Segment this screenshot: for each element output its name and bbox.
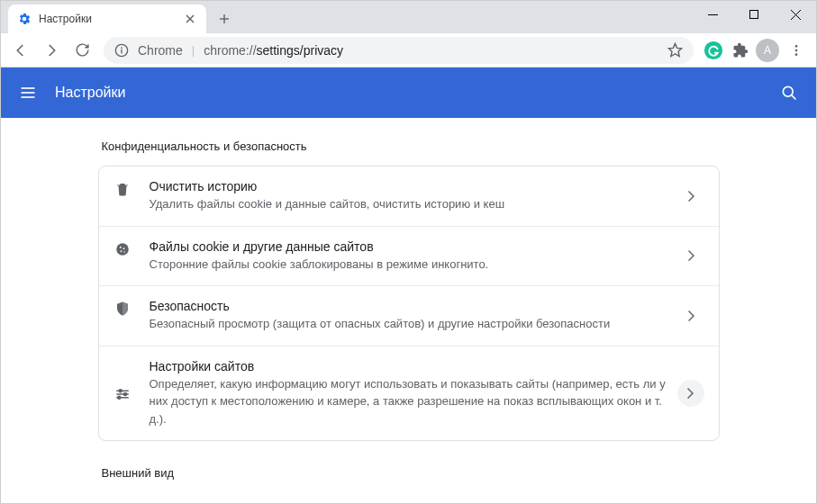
browser-tab[interactable]: Настройки [8,4,206,33]
site-info-icon[interactable] [114,43,129,58]
svg-point-30 [119,390,122,392]
omnibox-separator: | [192,43,195,57]
address-bar[interactable]: Chrome | chrome://settings/privacy [104,37,694,64]
svg-point-14 [795,49,798,51]
site-settings-row[interactable]: Настройки сайтов Определяет, какую инфор… [99,346,719,441]
svg-point-23 [119,246,121,248]
svg-rect-5 [750,11,758,19]
maximize-button[interactable] [733,1,775,28]
row-subtitle: Удалить файлы cookie и данные сайтов, оч… [150,195,679,213]
svg-point-34 [117,396,120,399]
section-privacy-title: Конфиденциальность и безопасность [98,140,720,153]
profile-avatar[interactable]: А [755,38,780,63]
svg-point-9 [121,47,123,49]
svg-marker-11 [668,43,681,56]
row-title: Файлы cookie и другие данные сайтов [150,239,679,254]
browser-menu-button[interactable] [782,36,811,65]
sliders-icon [113,386,132,402]
settings-content: Конфиденциальность и безопасность Очисти… [98,118,720,504]
close-window-button[interactable] [775,1,816,28]
svg-point-32 [123,392,126,395]
cookie-icon [113,241,132,257]
trash-icon [113,181,132,197]
svg-point-25 [120,250,122,252]
window-titlebar: Настройки [1,1,816,33]
svg-point-26 [123,251,125,253]
settings-title: Настройки [55,85,125,101]
chevron-right-circle-icon [677,380,704,407]
security-row[interactable]: Безопасность Безопасный просмотр (защита… [99,286,719,346]
row-title: Безопасность [150,299,679,313]
svg-rect-10 [121,49,122,53]
svg-point-19 [783,86,793,96]
settings-header: Настройки [1,68,816,118]
bookmark-star-icon[interactable] [667,42,683,58]
svg-marker-35 [687,388,694,399]
omnibox-url: chrome://settings/privacy [204,43,343,58]
row-title: Настройки сайтов [150,359,677,374]
section-appearance-title: Внешний вид [98,466,720,480]
clear-browsing-data-row[interactable]: Очистить историю Удалить файлы cookie и … [99,166,719,227]
svg-line-20 [792,95,796,100]
new-tab-button[interactable] [212,6,237,32]
privacy-card: Очистить историю Удалить файлы cookie и … [98,166,720,441]
browser-toolbar: Chrome | chrome://settings/privacy А [1,33,816,68]
svg-marker-28 [688,310,694,321]
svg-point-15 [795,53,798,56]
omnibox-scheme: Chrome [138,43,183,58]
search-icon[interactable] [778,82,800,104]
close-tab-icon[interactable] [183,12,197,26]
forward-button[interactable] [37,36,66,65]
svg-point-12 [704,40,722,58]
extensions-puzzle-icon[interactable] [728,38,753,63]
svg-marker-21 [688,191,694,202]
row-subtitle: Сторонние файлы cookie заблокированы в р… [150,256,679,274]
row-title: Очистить историю [150,179,679,194]
minimize-button[interactable] [692,1,733,28]
svg-point-24 [123,248,124,249]
extension-grammarly-icon[interactable] [701,38,726,63]
svg-point-13 [795,45,798,48]
chevron-right-icon [679,250,704,261]
settings-content-scroll[interactable]: Конфиденциальность и безопасность Очисти… [1,118,816,504]
shield-icon [113,301,132,317]
reload-button[interactable] [68,36,96,65]
gear-icon [17,12,32,26]
svg-point-22 [116,243,129,256]
cookies-row[interactable]: Файлы cookie и другие данные сайтов Стор… [99,227,719,287]
tab-title: Настройки [39,13,183,25]
svg-marker-27 [688,250,694,261]
chevron-right-icon [679,191,704,202]
row-subtitle: Безопасный просмотр (защита от опасных с… [150,315,679,333]
window-controls [692,1,816,28]
row-subtitle: Определяет, какую информацию могут испол… [150,375,677,428]
hamburger-menu-icon[interactable] [17,82,39,104]
back-button[interactable] [6,36,35,65]
chevron-right-icon [679,310,704,321]
